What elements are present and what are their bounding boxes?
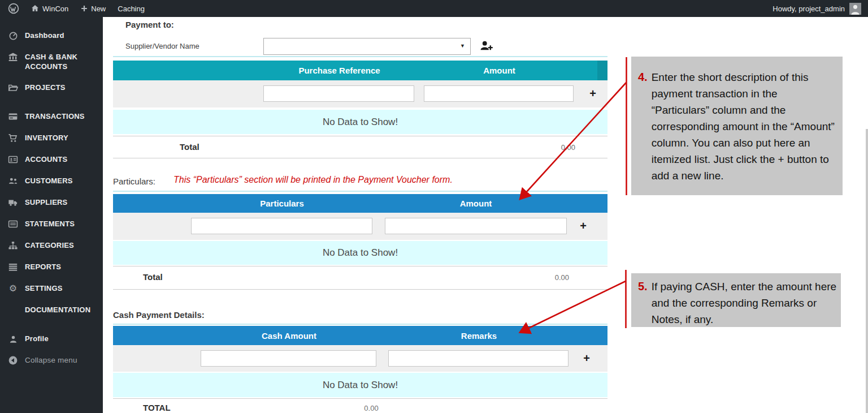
cart-icon [8,133,18,143]
divider [113,191,607,192]
cash-remarks-input[interactable] [388,350,568,367]
user-avatar-icon [849,3,861,15]
sidebar-item-label: REPORTS [25,262,61,272]
particulars-table-header: Particulars Amount [113,194,607,213]
sidebar-item-label: SUPPLIERS [25,197,67,207]
sidebar-item-label: INVENTORY [25,133,68,143]
caret-down-icon: ▼ [460,43,465,49]
purchase-table-header: Purchase Reference Amount [113,61,607,80]
sidebar: Dashboard CASH & BANK ACCOUNTS PROJECTS … [0,17,103,413]
users-icon [8,176,18,186]
sidebar-item-cash-bank-accounts[interactable]: CASH & BANK ACCOUNTS [0,46,103,77]
sitemap-icon [8,240,18,251]
sidebar-item-label: Dashboard [25,31,64,40]
cash-empty-row: No Data to Show! [113,373,607,397]
folder-icon [8,83,18,93]
total-value: 0.00 [555,273,569,282]
supplier-select[interactable]: ▼ [263,38,471,55]
cash-amount-input[interactable] [201,350,376,367]
home-icon [31,4,40,13]
sidebar-item-statements[interactable]: STATEMENTS [0,213,103,235]
divider [113,324,607,325]
sidebar-item-suppliers[interactable]: SUPPLIERS [0,192,103,213]
total-label: TOTAL [143,403,171,412]
statement-icon [8,219,18,229]
particulars-table: Particulars Amount + No Data to Show! To… [113,191,607,290]
sidebar-item-transactions[interactable]: TRANSACTIONS [0,106,103,127]
add-supplier-icon[interactable] [479,40,494,54]
purchase-empty-row: No Data to Show! [113,110,607,134]
admin-bar: WinCon New Caching Howdy, project_admin [0,0,868,17]
site-name: WinCon [42,5,68,13]
step-text: If paying CASH, enter the amount here an… [652,278,837,327]
annotation-step-4: 4. Enter the short description of this p… [631,57,843,195]
site-menu[interactable]: WinCon [27,0,72,17]
sidebar-item-customers[interactable]: CUSTOMERS [0,170,103,192]
caching-label: Caching [118,5,145,13]
cash-table-header: Cash Amount Remarks [113,326,607,345]
purchase-reference-table: Purchase Reference Amount + No Data to S… [113,56,607,158]
screen: WinCon New Caching Howdy, project_admin … [0,0,868,413]
cash-payment-details-heading: Cash Payment Details: [113,310,205,320]
total-value: 0.00 [337,404,405,412]
caching-menu[interactable]: Caching [114,0,149,17]
sidebar-item-dashboard[interactable]: Dashboard [0,25,103,46]
new-label: New [91,5,106,13]
purchase-amount-input[interactable] [424,85,574,102]
sidebar-item-label: STATEMENTS [25,219,75,229]
sidebar-item-label: CATEGORIES [25,240,74,250]
sidebar-item-reports[interactable]: REPORTS [0,256,103,278]
sidebar-item-profile[interactable]: Profile [0,328,103,350]
purchase-reference-input[interactable] [263,85,414,102]
purchase-total-row: Total 0.00 [113,136,607,158]
purchase-input-row: + [113,80,607,107]
bank-icon [8,52,18,62]
step-number: 5. [638,278,652,327]
divider [113,56,607,57]
avatar[interactable] [849,3,861,15]
sidebar-item-label: Profile [25,334,49,343]
particulars-empty-row: No Data to Show! [113,241,607,265]
add-row-button[interactable]: + [580,218,587,234]
particulars-input[interactable] [191,218,372,234]
howdy-text[interactable]: Howdy, project_admin [772,5,845,13]
gear-icon: ⚙ [8,283,18,294]
sidebar-item-documentation[interactable]: DOCUMENTATION [0,299,103,321]
sidebar-item-categories[interactable]: CATEGORIES [0,235,103,256]
page-scrollbar[interactable] [866,129,868,413]
sidebar-item-projects[interactable]: PROJECTS [0,77,103,98]
sidebar-item-accounts[interactable]: ACCOUNTS [0,149,103,170]
sidebar-item-inventory[interactable]: INVENTORY [0,127,103,149]
add-row-button[interactable]: + [583,350,590,366]
sidebar-item-label: SETTINGS [25,283,63,293]
new-menu[interactable]: New [76,0,110,17]
add-row-button[interactable]: + [589,85,596,101]
wordpress-logo-icon[interactable] [5,0,23,17]
sidebar-item-label: CASH & BANK ACCOUNTS [25,52,94,71]
payment-to-heading: Payment to: [125,20,174,29]
sidebar-item-settings[interactable]: ⚙ SETTINGS [0,278,103,299]
remarks-column-header: Remarks [388,326,570,345]
collapse-icon [8,355,18,365]
amount-column-header: Amount [385,194,567,213]
sidebar-item-label: PROJECTS [25,83,66,92]
cash-payment-table: Cash Amount Remarks + No Data to Show! T… [113,324,607,413]
particulars-amount-input[interactable] [385,218,567,234]
sidebar-item-label: ACCOUNTS [25,154,67,164]
plus-icon [80,5,88,12]
particulars-input-row: + [113,213,607,240]
list-icon [8,262,18,272]
cash-amount-column-header: Cash Amount [201,326,377,345]
particulars-column-header: Particulars [191,194,373,213]
amount-column-header: Amount [424,61,575,80]
sidebar-collapse-menu[interactable]: Collapse menu [0,350,103,371]
particulars-note: This “Particulars” section will be print… [173,175,453,185]
cash-input-row: + [113,345,607,372]
total-label: Total [180,142,199,152]
particulars-heading: Particulars: [113,177,155,186]
id-card-icon [8,154,18,165]
supplier-vendor-label: Supplier/Vendor Name [125,42,199,50]
annotation-step-5: 5. If paying CASH, enter the amount here… [631,273,841,327]
sidebar-item-label: Collapse menu [25,355,77,365]
step-text: Enter the short description of this paym… [652,69,838,195]
